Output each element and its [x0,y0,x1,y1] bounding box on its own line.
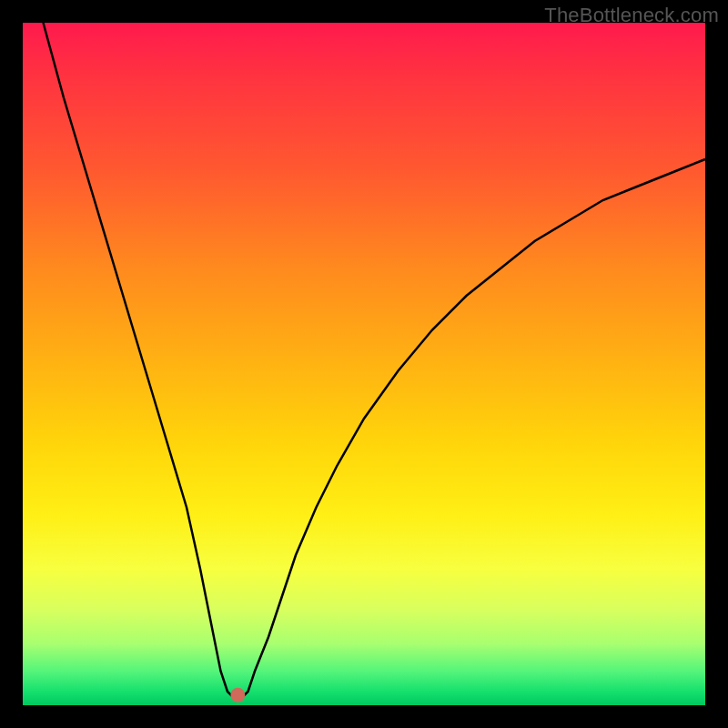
bottleneck-curve [23,23,705,705]
optimal-point-marker [230,688,245,703]
watermark-text: TheBottleneck.com [544,4,719,27]
plot-area [23,23,705,705]
chart-frame: TheBottleneck.com [0,0,728,728]
curve-path [44,23,706,699]
